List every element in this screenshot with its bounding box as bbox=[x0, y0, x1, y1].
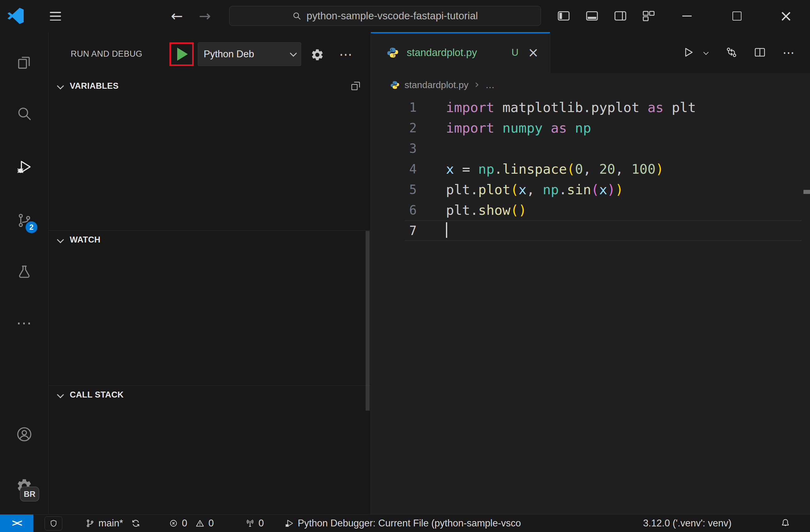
tab-bar: standardplot.py U × ··· bbox=[371, 32, 810, 73]
section-label: WATCH bbox=[70, 235, 100, 245]
menu-bar bbox=[50, 16, 61, 17]
run-file-button[interactable] bbox=[681, 45, 696, 60]
line-number: 6 bbox=[371, 200, 417, 220]
call-stack-section-header[interactable]: CALL STACK bbox=[49, 386, 371, 403]
toggle-secondary-sidebar-icon[interactable] bbox=[613, 9, 628, 23]
toggle-primary-sidebar-icon[interactable] bbox=[556, 9, 571, 23]
code-line[interactable]: plt.show() bbox=[446, 200, 696, 220]
vscode-logo-icon bbox=[7, 8, 24, 24]
minimize-button[interactable] bbox=[678, 7, 696, 25]
open-changes-icon[interactable] bbox=[724, 45, 739, 60]
split-editor-icon[interactable] bbox=[753, 45, 767, 60]
breadcrumb-file[interactable]: standardplot.py bbox=[405, 80, 468, 90]
overview-ruler-mark bbox=[804, 190, 810, 194]
problems-item[interactable]: 0 0 bbox=[168, 515, 214, 532]
chevron-down-icon bbox=[703, 50, 709, 55]
remote-icon: >< bbox=[12, 518, 21, 529]
forward-button[interactable]: → bbox=[196, 7, 214, 24]
chevron-down-icon bbox=[290, 50, 297, 57]
interpreter-label: 3.12.0 ('.venv': venv) bbox=[643, 518, 731, 529]
line-number: 1 bbox=[371, 97, 417, 118]
debugger-item[interactable]: Python Debugger: Current File (python-sa… bbox=[284, 515, 521, 532]
debug-settings-gear-icon[interactable] bbox=[309, 46, 326, 64]
code-line[interactable]: plt.plot(x, np.sin(x)) bbox=[446, 179, 696, 200]
section-label: VARIABLES bbox=[70, 81, 119, 91]
text-cursor bbox=[446, 222, 447, 238]
panel-more-icon[interactable]: ··· bbox=[333, 47, 359, 63]
section-label: CALL STACK bbox=[70, 390, 124, 400]
line-number: 4 bbox=[371, 159, 417, 179]
code-line[interactable] bbox=[446, 138, 696, 159]
command-center[interactable]: python-sample-vscode-fastapi-tutorial bbox=[229, 6, 541, 26]
sidebar-item-run-debug[interactable] bbox=[15, 157, 34, 177]
toggle-panel-icon[interactable] bbox=[585, 9, 599, 23]
menu-icon[interactable] bbox=[49, 11, 62, 22]
run-and-debug-panel: RUN AND DEBUG Python Deb ··· VARIABLES W… bbox=[49, 32, 371, 514]
chevron-down-icon bbox=[57, 83, 64, 90]
editor-area: standardplot.py U × ··· standardplot.p bbox=[371, 32, 810, 514]
sync-icon[interactable] bbox=[130, 518, 141, 529]
python-icon bbox=[387, 47, 399, 59]
sidebar-item-search[interactable] bbox=[15, 104, 34, 123]
sidebar-item-account[interactable] bbox=[15, 425, 34, 444]
code-line[interactable]: x = np.linspace(0, 20, 100) bbox=[446, 159, 696, 179]
radio-tower-icon bbox=[245, 518, 255, 529]
line-numbers: 1234567 bbox=[371, 97, 417, 241]
sidebar-item-testing[interactable] bbox=[15, 262, 34, 282]
status-bar: >< main* 0 0 bbox=[0, 514, 810, 532]
debug-config-dropdown[interactable]: Python Deb bbox=[198, 42, 301, 66]
code-line[interactable]: import numpy as np bbox=[446, 118, 696, 138]
breadcrumb-more[interactable]: … bbox=[486, 80, 495, 90]
breadcrumb[interactable]: standardplot.py › … bbox=[371, 73, 810, 97]
line-number: 3 bbox=[371, 138, 417, 159]
back-button[interactable]: ← bbox=[168, 7, 185, 24]
sidebar-item-explorer[interactable] bbox=[15, 53, 34, 72]
editor-more-icon[interactable]: ··· bbox=[776, 46, 801, 61]
error-icon bbox=[168, 518, 179, 529]
notifications-bell[interactable] bbox=[780, 515, 791, 532]
close-button[interactable]: × bbox=[777, 7, 795, 25]
debugger-label: Python Debugger: Current File (python-sa… bbox=[298, 518, 521, 529]
shield-icon bbox=[49, 519, 58, 528]
git-branch-icon bbox=[85, 518, 95, 529]
beaker-icon bbox=[16, 264, 33, 281]
customize-layout-icon[interactable] bbox=[642, 9, 656, 23]
chevron-down-icon bbox=[57, 391, 64, 398]
code-lines[interactable]: import matplotlib.pyplot as pltimport nu… bbox=[446, 97, 696, 241]
workspace-trust-button[interactable] bbox=[45, 516, 62, 530]
panel-scrollbar[interactable] bbox=[366, 231, 370, 411]
interpreter-item[interactable]: 3.12.0 ('.venv': venv) bbox=[643, 515, 731, 532]
collapse-all-icon[interactable] bbox=[350, 80, 361, 92]
line-number: 2 bbox=[371, 118, 417, 138]
code-line[interactable]: import matplotlib.pyplot as plt bbox=[446, 97, 696, 118]
maximize-button[interactable] bbox=[728, 7, 746, 25]
debug-start-button[interactable] bbox=[171, 44, 192, 64]
sidebar-item-more[interactable]: ··· bbox=[15, 314, 34, 333]
menu-bar bbox=[50, 12, 61, 13]
warnings-count: 0 bbox=[208, 518, 214, 529]
ports-item[interactable]: 0 bbox=[245, 515, 264, 532]
breadcrumb-separator: › bbox=[475, 78, 479, 90]
code-line[interactable] bbox=[446, 220, 696, 241]
files-icon bbox=[16, 54, 33, 71]
profile-badge: BR bbox=[20, 486, 39, 501]
scm-badge: 2 bbox=[26, 221, 37, 233]
variables-section-header[interactable]: VARIABLES bbox=[49, 78, 371, 94]
search-icon bbox=[16, 105, 33, 122]
ports-count: 0 bbox=[258, 518, 264, 529]
python-icon bbox=[390, 80, 400, 90]
section-divider bbox=[49, 385, 371, 386]
run-dropdown-icon[interactable] bbox=[700, 45, 712, 60]
menu-bar bbox=[50, 20, 61, 21]
tab-standardplot[interactable]: standardplot.py U × bbox=[371, 32, 550, 73]
account-icon bbox=[16, 426, 33, 443]
watch-section-header[interactable]: WATCH bbox=[49, 231, 371, 248]
branch-item[interactable]: main* bbox=[85, 515, 141, 532]
minimize-icon bbox=[682, 16, 692, 17]
tab-close-icon[interactable]: × bbox=[528, 46, 539, 59]
errors-count: 0 bbox=[182, 518, 187, 529]
remote-indicator[interactable]: >< bbox=[0, 515, 33, 532]
play-icon bbox=[177, 48, 188, 61]
debug-config-label: Python Deb bbox=[204, 49, 254, 60]
title-bar: ← → python-sample-vscode-fastapi-tutoria… bbox=[0, 0, 810, 32]
